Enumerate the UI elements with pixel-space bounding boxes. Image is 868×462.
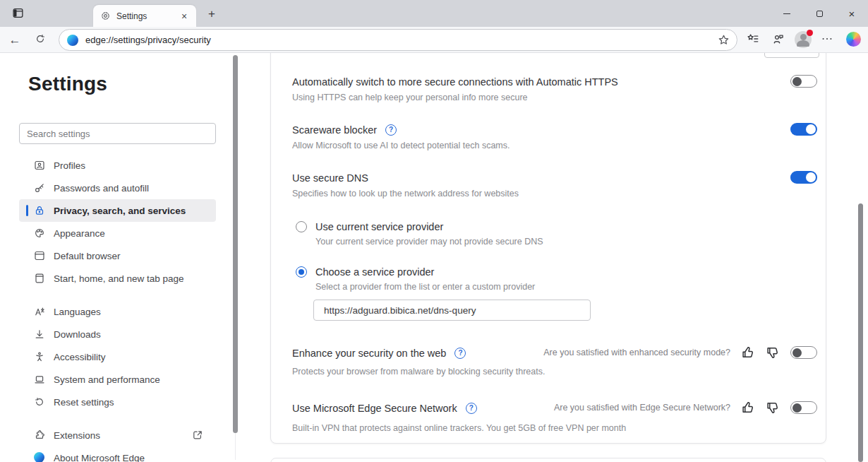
setting-title: Use Microsoft Edge Secure Network (292, 401, 457, 415)
sidebar-item-appearance[interactable]: Appearance (19, 222, 216, 244)
setting-title: Scareware blocker (292, 123, 377, 137)
sidebar-item-label: Appearance (54, 228, 105, 239)
dns-provider-input[interactable] (313, 300, 591, 321)
browser-window-icon (34, 250, 45, 261)
setting-row-scareware-blocker: Scareware blocker ? Allow Microsoft to u… (292, 123, 817, 151)
sidebar-item-default-browser[interactable]: Default browser (19, 244, 216, 267)
copilot-icon[interactable] (846, 32, 861, 47)
refresh-icon (35, 33, 46, 47)
back-button[interactable]: ← (4, 30, 25, 50)
enhanced-security-toggle[interactable] (790, 346, 817, 359)
help-icon[interactable]: ? (454, 348, 466, 359)
lock-icon (34, 205, 45, 216)
title-bar: Settings × + × (0, 0, 868, 27)
window-minimize-button[interactable] (771, 0, 803, 27)
accessibility-icon (34, 351, 45, 362)
sidebar-item-label: Reset settings (54, 397, 114, 408)
dns-option-choose-provider: Choose a service provider Select a provi… (296, 266, 817, 292)
settings-page: Settings Profiles Passwords and autofill… (0, 53, 868, 462)
reset-icon (34, 396, 45, 408)
tab-close-icon[interactable]: × (178, 10, 191, 23)
sidebar-item-passwords[interactable]: Passwords and autofill (19, 177, 216, 199)
maximize-icon (816, 11, 823, 17)
radio-description: Select a provider from the list or enter… (315, 282, 817, 292)
thumbs-up-icon[interactable] (741, 401, 755, 415)
puzzle-icon (34, 430, 45, 441)
sidebar-item-label: Profiles (54, 160, 85, 171)
setting-subtitle: Allow Microsoft to use AI to detect pote… (292, 140, 817, 151)
secure-network-toggle[interactable] (790, 401, 817, 414)
languages-icon (34, 306, 45, 317)
sidebar-item-reset[interactable]: Reset settings (19, 391, 216, 413)
person-chat-icon (772, 32, 785, 48)
feedback-cluster: Are you satisfied with Edge Secure Netwo… (554, 401, 817, 415)
laptop-icon (34, 374, 45, 385)
radio-button-unselected[interactable] (296, 221, 307, 232)
security-section-card: Automatically switch to more secure conn… (270, 53, 826, 444)
feedback-question: Are you satisfied with Edge Secure Netwo… (554, 403, 730, 413)
profiles-icon (34, 160, 45, 171)
settings-sidebar: Settings Profiles Passwords and autofill… (0, 53, 240, 462)
tab-title: Settings (116, 11, 178, 21)
secure-dns-toggle[interactable] (790, 171, 817, 184)
radio-label[interactable]: Use current service provider (315, 220, 817, 234)
sidebar-item-accessibility[interactable]: Accessibility (19, 345, 216, 368)
browser-feedback-button[interactable] (768, 30, 788, 50)
thumbs-down-icon[interactable] (766, 345, 780, 360)
feedback-question: Are you satisfied with enhanced security… (543, 348, 730, 357)
add-favorite-star-icon[interactable] (718, 34, 730, 46)
url-text[interactable]: edge://settings/privacy/security (85, 35, 718, 45)
edge-logo-icon (34, 452, 45, 462)
page-title: Settings (28, 73, 240, 95)
settings-menu-button[interactable] (817, 30, 837, 50)
sidebar-item-label: Start, home, and new tab page (54, 273, 184, 284)
window-close-button[interactable]: × (836, 0, 868, 27)
radio-label[interactable]: Choose a service provider (315, 266, 817, 279)
favorites-button[interactable] (743, 30, 763, 50)
setting-title: Automatically switch to more secure conn… (292, 75, 817, 89)
sidebar-item-label: About Microsoft Edge (54, 453, 145, 462)
window-controls: × (771, 0, 868, 27)
page-scrollbar-thumb[interactable] (858, 203, 863, 462)
favorites-list-icon (747, 32, 759, 48)
window-maximize-button[interactable] (803, 0, 836, 27)
sidebar-item-about[interactable]: About Microsoft Edge (19, 446, 216, 462)
sidebar-item-extensions[interactable]: Extensions (19, 424, 216, 446)
automatic-https-toggle[interactable] (790, 75, 817, 88)
notification-dot (807, 30, 813, 36)
next-section-card-partial (270, 458, 826, 462)
refresh-button[interactable] (30, 30, 51, 50)
sidebar-item-profiles[interactable]: Profiles (19, 154, 216, 177)
address-bar[interactable]: edge://settings/privacy/security (59, 29, 737, 51)
tab-settings[interactable]: Settings × (93, 5, 196, 27)
radio-description: Your current service provider may not pr… (315, 237, 817, 247)
sidebar-item-privacy[interactable]: Privacy, search, and services (19, 199, 216, 222)
thumbs-up-icon[interactable] (741, 345, 755, 360)
sidebar-item-label: Passwords and autofill (54, 183, 149, 194)
help-icon[interactable]: ? (466, 403, 477, 414)
new-tab-button[interactable]: + (203, 6, 220, 23)
gear-icon (100, 11, 111, 21)
external-link-icon (192, 430, 203, 441)
edge-favicon-icon (67, 35, 78, 46)
radio-button-selected[interactable] (296, 266, 307, 278)
window-layout-icon (12, 7, 24, 22)
setting-subtitle: Protects your browser from malware by bl… (292, 366, 817, 377)
sidebar-item-start-home[interactable]: Start, home, and new tab page (19, 267, 216, 290)
sidebar-item-label: Accessibility (54, 352, 106, 362)
sidebar-scrollbar-thumb[interactable] (233, 55, 238, 433)
setting-subtitle: Built-in VPN that protects against onlin… (292, 422, 817, 434)
profile-avatar[interactable] (795, 31, 812, 48)
thumbs-down-icon[interactable] (766, 401, 780, 415)
sidebar-item-downloads[interactable]: Downloads (19, 323, 216, 345)
tab-actions-menu-button[interactable] (7, 6, 28, 23)
sidebar-item-label: Languages (54, 307, 101, 317)
sidebar-item-system[interactable]: System and performance (19, 368, 216, 391)
help-icon[interactable]: ? (385, 124, 397, 136)
sidebar-item-languages[interactable]: Languages (19, 300, 216, 323)
setting-subtitle: Using HTTPS can help keep your personal … (292, 92, 817, 103)
search-input[interactable] (19, 123, 216, 144)
tracking-dropdown-partial[interactable] (764, 53, 819, 58)
minimize-icon (783, 13, 790, 14)
scareware-blocker-toggle[interactable] (790, 123, 817, 136)
